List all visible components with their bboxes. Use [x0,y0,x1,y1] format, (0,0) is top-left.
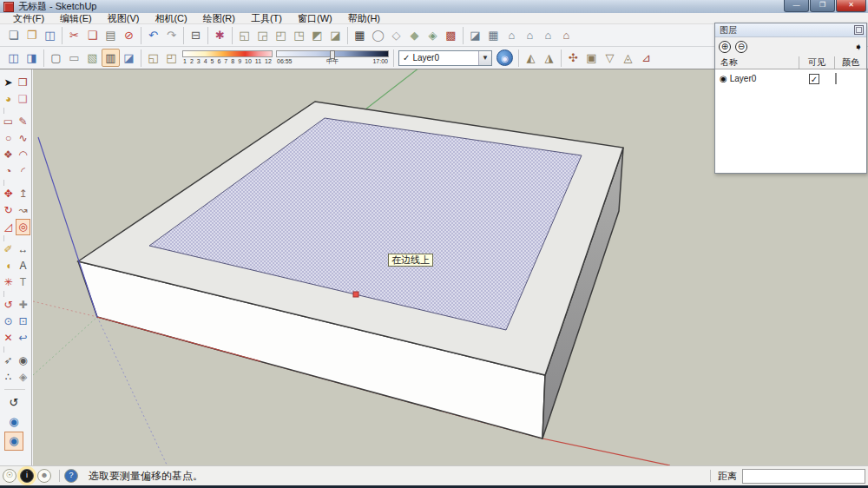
time-gradient-bar[interactable] [276,50,389,57]
split-button[interactable]: ◪ [326,26,345,44]
status-tip-button[interactable]: ☉ [3,469,16,483]
camera-look-button[interactable]: ↺ [4,393,23,412]
rotate-tool[interactable]: ↻ [1,202,16,219]
new-button[interactable]: ❏ [4,26,23,44]
open-button[interactable]: ❐ [23,26,41,44]
monochrome-button[interactable]: ▩ [442,26,460,44]
3d-text-tool[interactable]: T [16,274,30,291]
union-button[interactable]: ◰ [272,26,290,44]
shaded-textures-button[interactable]: ◈ [424,26,442,44]
protractor-tool[interactable]: ◖ [1,258,16,274]
view-top-button[interactable]: ▦ [484,26,503,44]
layers-panel-titlebar[interactable]: 图层 [715,23,866,37]
menu-draw[interactable]: 绘图(R) [195,13,243,24]
face-style-1-button[interactable]: ▢ [47,49,65,67]
dimension-tool[interactable]: ↔ [16,241,30,258]
pie-tool[interactable]: ◔ [1,163,16,180]
look-around-tool[interactable]: ◉ [16,353,30,369]
flip-edge-button[interactable]: ⊿ [637,49,655,67]
section-plane-toggle-button[interactable]: ◫ [4,49,23,67]
layer-color-swatch[interactable] [835,73,837,84]
trim-button[interactable]: ◩ [308,26,326,44]
copy-button[interactable]: ❑ [83,26,102,44]
status-help-button[interactable]: ? [64,469,78,483]
layer-row[interactable]: ◉ Layer0 ✓ [715,70,866,87]
sandbox-from-contours-button[interactable]: ◭ [522,49,540,67]
measurement-input[interactable] [742,469,865,484]
axes-tool[interactable]: ✳ [1,274,16,291]
shadow-date-slider[interactable]: 123456789101112 [182,50,273,65]
push-pull-tool[interactable]: ↥ [16,186,30,202]
offset-tool[interactable]: ◎ [16,219,30,235]
text-tool[interactable]: A [16,258,30,274]
time-slider-handle[interactable] [330,50,335,59]
scale-tool[interactable]: ◿ [1,219,16,235]
panel-collapse-button[interactable] [854,25,864,35]
line-tool[interactable]: ✎ [16,114,30,130]
layer-detail-menu-button[interactable]: ➧ [854,41,863,53]
shadow-time-slider[interactable]: 06:55 中午 17:00 [276,50,389,65]
zoom-tool[interactable]: ⊙ [1,313,16,330]
zoom-window-tool[interactable]: ⊡ [16,313,30,330]
follow-me-tool[interactable]: ↝ [16,202,30,219]
arc-tool[interactable]: ◠ [16,147,30,163]
view-back-button[interactable]: ⌂ [557,26,575,44]
hidden-line-button[interactable]: ◇ [387,26,405,44]
close-button[interactable]: ✕ [836,0,866,12]
zoom-extents-tool[interactable]: ✕ [1,330,16,346]
circle-tool[interactable]: ○ [1,130,16,147]
minimize-button[interactable]: — [784,0,809,12]
status-instructor-button[interactable]: i [20,469,34,483]
chevron-down-icon[interactable]: ▼ [478,51,491,65]
menu-view[interactable]: 视图(V) [100,13,148,24]
walk-tool[interactable]: ∴ [1,369,16,386]
eraser-tool[interactable]: ❑ [16,91,30,108]
section-plane-tool[interactable]: ◈ [16,369,30,386]
intersect-button[interactable]: ◲ [253,26,272,44]
drape-button[interactable]: ▽ [601,49,619,67]
section-cuts-toggle-button[interactable]: ◨ [23,49,41,67]
redo-button[interactable]: ↷ [162,26,181,44]
tape-measure-tool[interactable]: ✐ [1,241,16,258]
position-camera-tool[interactable]: ➶ [1,353,16,369]
view-iso-button[interactable]: ◪ [466,26,484,44]
view-left-button[interactable]: ⌂ [539,26,557,44]
camera-orbit-button[interactable]: ◉ [4,432,23,451]
model-info-button[interactable]: ✱ [211,26,229,44]
layer-name[interactable]: Layer0 [730,74,800,83]
orbit-tool[interactable]: ↺ [1,297,16,313]
layer-visible-checkbox[interactable]: ✓ [809,74,819,84]
menu-help[interactable]: 帮助(H) [340,13,388,24]
print-button[interactable]: ⊟ [187,26,205,44]
menu-tools[interactable]: 工具(T) [243,13,290,24]
pan-tool[interactable]: ✚ [16,297,30,313]
face-style-5-button[interactable]: ◪ [120,49,138,67]
shadow-toggle-button[interactable]: ◰ [162,49,181,67]
outer-shell-button[interactable]: ◱ [235,26,253,44]
status-person-button[interactable]: ☻ [37,469,51,483]
sandbox-from-scratch-button[interactable]: ◮ [540,49,558,67]
layer-manager-button[interactable]: ◉ [496,49,513,66]
polygon-tool[interactable]: ❖ [1,147,16,163]
rectangle-tool[interactable]: ▭ [1,114,16,130]
undo-button[interactable]: ↶ [144,26,162,44]
stamp-button[interactable]: ▣ [582,49,601,67]
paste-button[interactable]: ▤ [102,26,120,44]
select-tool[interactable]: ➤ [1,75,16,91]
menu-window[interactable]: 窗口(W) [290,13,340,24]
date-gradient-bar[interactable] [182,50,273,57]
camera-walk-button[interactable]: ◉ [4,412,23,432]
remove-layer-button[interactable]: ⊖ [735,41,747,53]
two-point-arc-tool[interactable]: ◜ [16,163,30,180]
face-style-3-button[interactable]: ▧ [83,49,102,67]
add-detail-button[interactable]: ◬ [619,49,637,67]
save-button[interactable]: ◫ [41,26,59,44]
wireframe-button[interactable]: ◯ [369,26,387,44]
shadow-dialog-button[interactable]: ◱ [144,49,162,67]
cut-button[interactable]: ✂ [65,26,83,44]
subtract-button[interactable]: ◳ [290,26,308,44]
xray-button[interactable]: ▦ [351,26,369,44]
view-right-button[interactable]: ⌂ [521,26,539,44]
view-front-button[interactable]: ⌂ [503,26,521,44]
menu-edit[interactable]: 编辑(E) [52,13,100,24]
